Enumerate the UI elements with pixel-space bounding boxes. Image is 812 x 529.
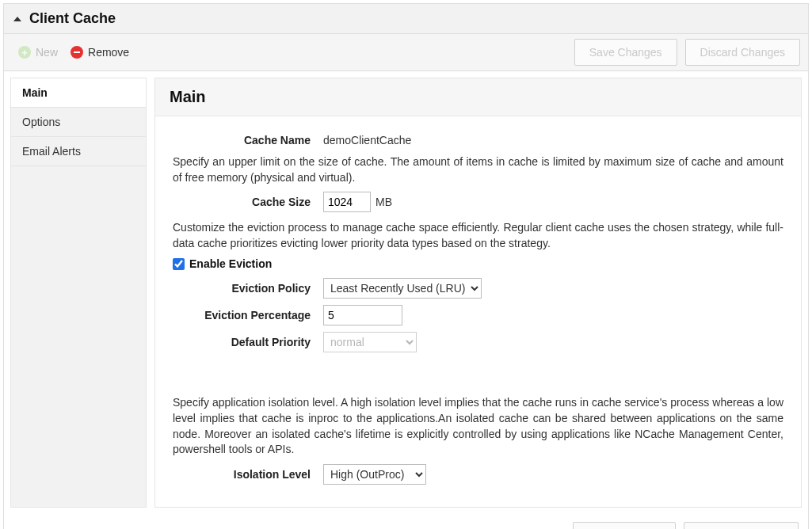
panel-title: Client Cache xyxy=(29,10,116,27)
enable-eviction-checkbox[interactable] xyxy=(173,258,185,270)
eviction-percentage-input[interactable] xyxy=(323,305,402,325)
footer: Save Changes Discard Changes xyxy=(4,514,808,529)
toolbar: + New Remove Save Changes Discard Change… xyxy=(4,34,808,71)
client-cache-panel: Client Cache + New Remove Save Changes D… xyxy=(3,3,809,529)
discard-changes-button-top[interactable]: Discard Changes xyxy=(685,39,800,66)
isolation-level-row: Isolation Level High (OutProc) xyxy=(173,464,783,485)
isolation-description: Specify application isolation level. A h… xyxy=(173,395,783,457)
isolation-level-select[interactable]: High (OutProc) xyxy=(323,464,426,485)
sidebar-tab-email-alerts[interactable]: Email Alerts xyxy=(11,137,146,166)
sidebar-tab-label: Main xyxy=(22,86,48,99)
sidebar: Main Options Email Alerts xyxy=(10,78,147,508)
cache-size-unit: MB xyxy=(376,196,392,208)
sidebar-tab-main[interactable]: Main xyxy=(11,78,146,108)
content-header: Main xyxy=(155,78,801,116)
layout: Main Options Email Alerts Main Cache Nam… xyxy=(4,71,808,514)
cache-size-label: Cache Size xyxy=(173,196,323,208)
content-body: Cache Name demoClientCache Specify an up… xyxy=(155,116,801,507)
cache-name-label: Cache Name xyxy=(173,134,323,147)
content-title: Main xyxy=(170,88,787,106)
default-priority-row: Default Priority normal xyxy=(173,332,783,352)
cache-size-input[interactable] xyxy=(323,192,371,212)
add-icon: + xyxy=(18,46,31,59)
sidebar-tab-label: Email Alerts xyxy=(22,145,81,158)
sidebar-tab-label: Options xyxy=(22,116,60,128)
eviction-description: Customize the eviction process to manage… xyxy=(173,220,783,251)
cache-name-row: Cache Name demoClientCache xyxy=(173,134,783,147)
save-changes-button-bottom[interactable]: Save Changes xyxy=(573,522,676,529)
cache-name-value: demoClientCache xyxy=(323,134,411,147)
collapse-chevron-up-icon[interactable] xyxy=(13,17,21,21)
enable-eviction-row: Enable Eviction xyxy=(173,257,783,270)
isolation-level-label: Isolation Level xyxy=(173,468,323,481)
new-button: + New xyxy=(12,42,64,63)
new-button-label: New xyxy=(36,46,58,59)
default-priority-label: Default Priority xyxy=(173,336,323,348)
default-priority-select: normal xyxy=(323,332,417,352)
discard-changes-button-bottom[interactable]: Discard Changes xyxy=(684,522,799,529)
content: Main Cache Name demoClientCache Specify … xyxy=(154,78,802,508)
eviction-policy-row: Eviction Policy Least Recently Used (LRU… xyxy=(173,278,783,299)
eviction-percentage-row: Eviction Percentage xyxy=(173,305,783,325)
remove-button[interactable]: Remove xyxy=(64,42,135,63)
cache-size-row: Cache Size MB xyxy=(173,192,783,212)
enable-eviction-label: Enable Eviction xyxy=(189,257,272,270)
remove-icon xyxy=(71,46,83,59)
eviction-policy-select[interactable]: Least Recently Used (LRU) xyxy=(323,278,482,299)
save-changes-button-top[interactable]: Save Changes xyxy=(574,39,677,66)
remove-button-label: Remove xyxy=(88,46,129,59)
panel-header: Client Cache xyxy=(4,4,808,34)
eviction-policy-label: Eviction Policy xyxy=(173,282,323,295)
eviction-percentage-label: Eviction Percentage xyxy=(173,309,323,322)
sidebar-tab-options[interactable]: Options xyxy=(11,108,146,137)
cache-size-description: Specify an upper limit on the size of ca… xyxy=(173,154,783,185)
